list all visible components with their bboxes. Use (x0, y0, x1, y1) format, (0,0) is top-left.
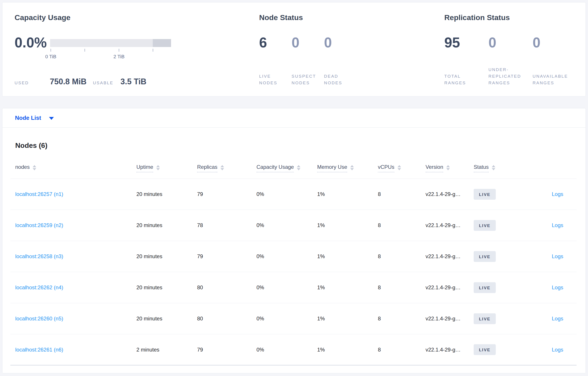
column-header-vcpus[interactable]: vCPUs (378, 164, 426, 172)
sort-icon (398, 165, 401, 170)
suspect-nodes-stat: 0 SUSPECT NODES (292, 36, 324, 86)
node-list-dropdown[interactable]: Node List (15, 115, 54, 121)
axis-tick (84, 49, 85, 52)
status-badge: LIVE (474, 220, 496, 231)
node-link[interactable]: localhost:26259 (n2) (15, 222, 63, 228)
capacity-usage-title: Capacity Usage (15, 13, 259, 22)
dead-nodes-label: DEAD NODES (324, 73, 357, 86)
node-link[interactable]: localhost:26258 (n3) (15, 253, 63, 259)
column-header-memory-use[interactable]: Memory Use (317, 164, 378, 172)
logs-link[interactable]: Logs (552, 284, 563, 290)
column-header-capacity-usage[interactable]: Capacity Usage (256, 164, 317, 172)
sort-icon (446, 165, 450, 170)
capacity-cell: 0% (256, 191, 317, 197)
logs-link[interactable]: Logs (552, 315, 563, 322)
capacity-cell: 0% (256, 284, 317, 291)
logs-link[interactable]: Logs (552, 191, 563, 197)
cluster-overview-panel: Capacity Usage 0.0% 0 TiB 2 TiB (2, 2, 586, 96)
sort-icon (220, 165, 224, 170)
total-ranges-count: 95 (444, 36, 488, 50)
replicas-cell: 79 (197, 191, 256, 197)
node-status-section: Node Status 6 LIVE NODES 0 SUSPECT NODES… (259, 13, 444, 86)
capacity-usage-section: Capacity Usage 0.0% 0 TiB 2 TiB (15, 13, 259, 86)
table-row-n6: localhost:26261 (n6) 2 minutes 79 0% 1% … (10, 334, 577, 366)
version-cell: v22.1.4-29-g… (426, 191, 474, 197)
capacity-cell: 0% (256, 253, 317, 260)
logs-link[interactable]: Logs (552, 222, 563, 228)
vcpus-cell: 8 (378, 347, 426, 353)
axis-tick (119, 49, 119, 52)
capacity-bar-track (50, 39, 171, 47)
status-badge: LIVE (474, 251, 496, 262)
under-replicated-label: UNDER- REPLICATED RANGES (488, 66, 533, 86)
sort-icon (33, 165, 36, 170)
axis-label-2tib: 2 TiB (114, 54, 125, 60)
nodes-section-title: Nodes (6) (15, 141, 577, 150)
usable-label: USABLE (93, 81, 114, 85)
sort-icon (350, 165, 354, 170)
version-cell: v22.1.4-29-g… (426, 347, 474, 353)
vcpus-cell: 8 (378, 191, 426, 197)
node-link[interactable]: localhost:26262 (n4) (15, 284, 63, 290)
nodes-table: nodes Uptime Replicas Capacity Usage Mem… (10, 162, 577, 366)
under-replicated-count: 0 (488, 36, 533, 50)
node-link[interactable]: localhost:26260 (n5) (15, 315, 63, 322)
replication-status-title: Replication Status (444, 13, 586, 22)
replicas-cell: 78 (197, 222, 256, 228)
under-replicated-ranges-stat: 0 UNDER- REPLICATED RANGES (488, 36, 533, 86)
column-header-nodes[interactable]: nodes (10, 164, 136, 172)
node-link[interactable]: localhost:26257 (n1) (15, 191, 63, 197)
logs-link[interactable]: Logs (552, 253, 563, 259)
dead-nodes-stat: 0 DEAD NODES (324, 36, 357, 86)
logs-link[interactable]: Logs (552, 347, 563, 353)
live-nodes-stat: 6 LIVE NODES (259, 36, 292, 86)
capacity-percent: 0.0% (15, 36, 50, 60)
sort-icon (297, 165, 300, 170)
memory-cell: 1% (317, 284, 378, 291)
uptime-cell: 20 minutes (136, 191, 197, 197)
table-row-n1: localhost:26257 (n1) 20 minutes 79 0% 1%… (10, 179, 577, 210)
table-row-n4: localhost:26262 (n4) 20 minutes 80 0% 1%… (10, 272, 577, 303)
unavailable-count: 0 (533, 36, 577, 50)
unavailable-label: UNAVAILABLE RANGES (533, 73, 577, 86)
column-header-replicas[interactable]: Replicas (197, 164, 256, 172)
capacity-cell: 0% (256, 222, 317, 228)
usable-value: 3.5 TiB (121, 77, 146, 86)
version-cell: v22.1.4-29-g… (426, 222, 474, 228)
node-status-title: Node Status (259, 13, 444, 22)
replicas-cell: 80 (197, 315, 256, 322)
unavailable-ranges-stat: 0 UNAVAILABLE RANGES (533, 36, 577, 86)
replicas-cell: 80 (197, 284, 256, 291)
sort-icon (156, 165, 160, 170)
table-row-n3: localhost:26258 (n3) 20 minutes 79 0% 1%… (10, 241, 577, 272)
sort-icon (492, 165, 495, 170)
live-nodes-count: 6 (259, 36, 292, 50)
column-header-version[interactable]: Version (426, 164, 474, 172)
column-header-logs-empty (529, 164, 577, 172)
capacity-cell: 0% (256, 315, 317, 322)
capacity-cell: 0% (256, 347, 317, 353)
node-link[interactable]: localhost:26261 (n6) (15, 347, 63, 353)
vcpus-cell: 8 (378, 284, 426, 291)
used-value: 750.8 MiB (50, 77, 86, 86)
memory-cell: 1% (317, 222, 378, 228)
capacity-axis-labels: 0 TiB 2 TiB (50, 54, 171, 60)
vcpus-cell: 8 (378, 315, 426, 322)
axis-tick (51, 49, 51, 52)
replicas-cell: 79 (197, 347, 256, 353)
replication-status-section: Replication Status 95 TOTAL RANGES 0 UND… (444, 13, 586, 86)
chevron-down-icon (49, 117, 54, 120)
capacity-bar-reserved-segment (153, 39, 171, 47)
uptime-cell: 20 minutes (136, 253, 197, 260)
column-header-status[interactable]: Status (474, 164, 529, 172)
replicas-cell: 79 (197, 253, 256, 260)
vcpus-cell: 8 (378, 222, 426, 228)
status-badge: LIVE (474, 282, 496, 293)
memory-cell: 1% (317, 347, 378, 353)
uptime-cell: 20 minutes (136, 222, 197, 228)
status-badge: LIVE (474, 189, 496, 200)
nodes-table-header: nodes Uptime Replicas Capacity Usage Mem… (10, 162, 577, 179)
column-header-uptime[interactable]: Uptime (136, 164, 197, 172)
axis-tick (153, 49, 153, 52)
version-cell: v22.1.4-29-g… (426, 315, 474, 322)
